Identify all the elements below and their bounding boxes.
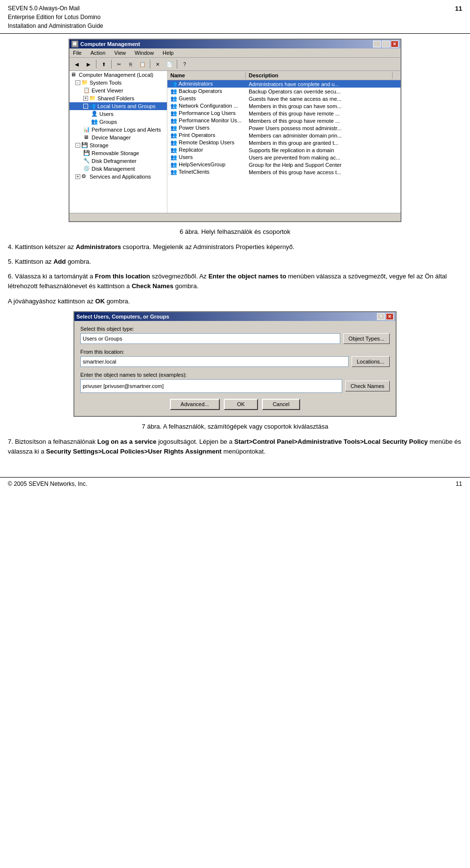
maximize-button[interactable]: □ xyxy=(382,41,390,47)
names-label: Enter the object names to select (exampl… xyxy=(80,372,390,378)
dialog-footer: Advanced... OK Cancel xyxy=(80,399,390,411)
tree-disk-defrag[interactable]: 🔧 Disk Defragmenter xyxy=(70,157,167,165)
check-names-button[interactable]: Check Names xyxy=(345,381,390,391)
computer-icon: 🖥 xyxy=(70,71,77,78)
toolbar-up[interactable]: ⬆ xyxy=(98,59,109,69)
tree-groups[interactable]: 👥 Groups xyxy=(70,118,167,126)
cm-list-pane: Name Description 👥 Administrators Admini… xyxy=(167,71,400,213)
tree-event-viewer[interactable]: 📋 Event Viewer xyxy=(70,87,167,94)
cm-window-controls[interactable]: _ □ ✕ xyxy=(373,41,399,47)
cm-statusbar xyxy=(70,213,400,221)
group-row-replicator[interactable]: 👥 Replicator Supports file replication i… xyxy=(167,146,400,154)
menu-view[interactable]: View xyxy=(113,49,127,56)
dialog-close-btn[interactable]: ✕ xyxy=(386,313,394,320)
folder-icon: 📁 xyxy=(89,95,96,102)
user-icon: 👤 xyxy=(91,111,98,117)
add-bold: Add xyxy=(53,258,66,265)
group-row-help-services[interactable]: 👥 HelpServicesGroup Group for the Help a… xyxy=(167,161,400,168)
tree-device-manager[interactable]: 🖥 Device Manager xyxy=(70,134,167,141)
step6-suffix: gombra. xyxy=(173,282,198,290)
start-control-panel-bold: Start>Control Panel>Administrative Tools… xyxy=(235,438,428,445)
cm-body: 🖥 Computer Management (Local) - 📁 System… xyxy=(70,71,400,213)
col-description[interactable]: Description xyxy=(246,72,393,79)
group-icon: 👥 xyxy=(170,132,177,138)
expand-icon[interactable]: - xyxy=(75,143,80,148)
group-row-remote-desktop[interactable]: 👥 Remote Desktop Users Members in this g… xyxy=(167,139,400,146)
check-names-bold: Check Names xyxy=(132,282,173,290)
event-icon: 📋 xyxy=(83,87,90,94)
toolbar-back[interactable]: ◀ xyxy=(71,59,82,69)
menu-action[interactable]: Action xyxy=(89,49,107,56)
group-row-network-config[interactable]: 👥 Network Configuration ... Members in t… xyxy=(167,102,400,110)
group-row-power-users[interactable]: 👥 Power Users Power Users possess most a… xyxy=(167,124,400,132)
close-button[interactable]: ✕ xyxy=(391,41,399,47)
step4-suffix: csoportra. Megjelenik az Administrators … xyxy=(121,243,294,251)
object-types-button[interactable]: Object Types... xyxy=(343,333,390,344)
tree-storage[interactable]: - 💾 Storage xyxy=(70,141,167,149)
menu-file[interactable]: File xyxy=(71,49,83,56)
dialog-controls[interactable]: ? ✕ xyxy=(377,313,394,320)
locations-button[interactable]: Locations... xyxy=(352,356,390,367)
step7-mid: jogosultságot. Lépjen be a xyxy=(158,438,234,445)
tree-users[interactable]: 👤 Users xyxy=(70,110,167,118)
folder-icon: 📁 xyxy=(81,79,88,86)
tree-computer-management[interactable]: 🖥 Computer Management (Local) xyxy=(70,71,167,79)
main-content: 🖥 Computer Management _ □ ✕ File Action … xyxy=(0,39,470,469)
tree-perf-logs[interactable]: 📊 Performance Logs and Alerts xyxy=(70,126,167,134)
enter-object-bold: Enter the object names to xyxy=(209,273,286,280)
figure6-caption: 6 ábra. Helyi felhasználók és csoportok xyxy=(8,228,462,235)
tree-shared-folders[interactable]: + 📁 Shared Folders xyxy=(70,94,167,102)
tree-system-tools[interactable]: - 📁 System Tools xyxy=(70,79,167,87)
select-users-dialog: Select Users, Computers, or Groups ? ✕ S… xyxy=(73,311,397,417)
cm-list-header: Name Description xyxy=(167,71,400,80)
footer-page-number: 11 xyxy=(456,480,462,487)
toolbar-properties[interactable]: 📄 xyxy=(164,59,175,69)
group-row-perf-log-users[interactable]: 👥 Performance Log Users Members of this … xyxy=(167,110,400,117)
step4-text: 4. Kattintson kétszer az Administrators … xyxy=(8,242,462,252)
cancel-button[interactable]: Cancel xyxy=(262,399,300,410)
group-row-guests[interactable]: 👥 Guests Guests have the same access as … xyxy=(167,95,400,102)
toolbar-paste[interactable]: 📋 xyxy=(137,59,148,69)
computer-management-window: 🖥 Computer Management _ □ ✕ File Action … xyxy=(69,39,401,222)
group-row-backup-operators[interactable]: 👥 Backup Operators Backup Operators can … xyxy=(167,88,400,95)
tree-local-users-groups[interactable]: - 👥 Local Users and Groups xyxy=(70,102,167,110)
group-icon: 👥 xyxy=(170,147,177,153)
names-input[interactable]: privuser [privuser@smartner.com] xyxy=(80,379,342,393)
tree-disk-mgmt[interactable]: 💿 Disk Management xyxy=(70,165,167,173)
group-icon: 👥 xyxy=(170,161,177,167)
tree-services-apps[interactable]: + ⚙ Services and Applications xyxy=(70,173,167,181)
tree-label: Users xyxy=(99,111,114,117)
removable-icon: 💾 xyxy=(83,150,90,157)
toolbar-cut[interactable]: ✂ xyxy=(114,59,124,69)
toolbar-help[interactable]: ? xyxy=(179,59,190,69)
minimize-button[interactable]: _ xyxy=(373,41,381,47)
perf-icon: 📊 xyxy=(83,126,90,133)
expand-icon[interactable]: - xyxy=(75,80,80,85)
tree-removable-storage[interactable]: 💾 Removable Storage xyxy=(70,149,167,157)
menu-help[interactable]: Help xyxy=(161,49,175,56)
toolbar-forward[interactable]: ▶ xyxy=(83,59,94,69)
group-row-telnet-clients[interactable]: 👥 TelnetClients Members of this group ha… xyxy=(167,168,400,176)
tree-label: Storage xyxy=(90,142,109,148)
toolbar-copy[interactable]: ⎘ xyxy=(125,59,136,69)
group-row-users[interactable]: 👥 Users Users are prevented from making … xyxy=(167,154,400,161)
page-header: SEVEN 5.0 Always-On Mail Enterprise Edit… xyxy=(0,0,470,34)
step7-prefix: Biztosítson a felhasználónak xyxy=(15,438,97,445)
defrag-icon: 🔧 xyxy=(83,158,90,164)
step5-suffix: gombra. xyxy=(66,258,91,265)
object-type-row: Users or Groups Object Types... xyxy=(80,333,390,344)
ok-button[interactable]: OK xyxy=(224,399,258,410)
expand-icon[interactable]: + xyxy=(75,174,80,179)
toolbar-delete[interactable]: ✕ xyxy=(152,59,163,69)
group-row-administrators[interactable]: 👥 Administrators Administrators have com… xyxy=(167,80,400,88)
menu-window[interactable]: Window xyxy=(133,49,155,56)
cm-menubar: File Action View Window Help xyxy=(70,48,400,58)
dialog-title: Select Users, Computers, or Groups xyxy=(76,314,169,320)
advanced-button[interactable]: Advanced... xyxy=(170,399,220,410)
group-row-print-operators[interactable]: 👥 Print Operators Members can administer… xyxy=(167,132,400,139)
group-row-perf-monitor[interactable]: 👥 Performance Monitor Us... Members of t… xyxy=(167,117,400,124)
expand-icon[interactable]: - xyxy=(83,104,88,109)
dialog-help-btn[interactable]: ? xyxy=(377,313,385,320)
col-name[interactable]: Name xyxy=(167,72,246,79)
expand-icon[interactable]: + xyxy=(83,96,88,101)
